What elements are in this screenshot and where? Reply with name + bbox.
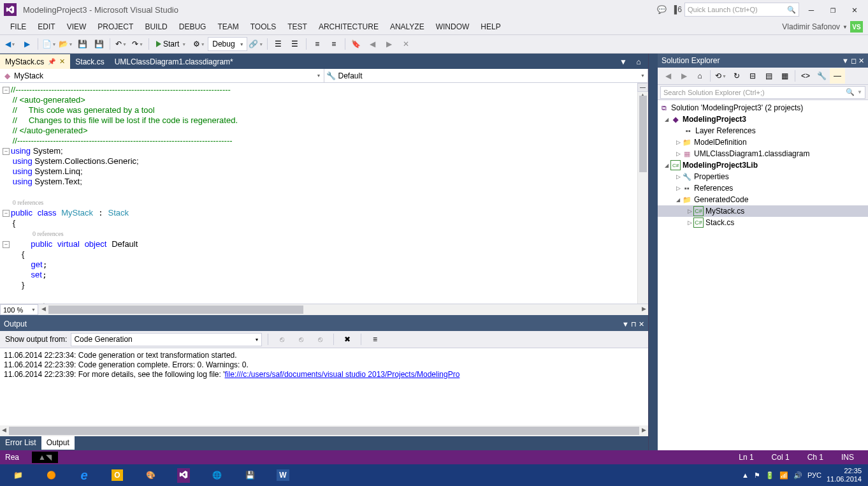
comment-button[interactable]: ☰ (271, 36, 286, 52)
tree-umldiagram[interactable]: ▦UMLClassDiagram1.classdiagram (658, 148, 868, 159)
caret-icon[interactable] (663, 116, 670, 122)
user-name[interactable]: Vladimir Safonov (782, 22, 840, 31)
caret-icon[interactable] (674, 139, 682, 145)
se-more-button[interactable]: — (830, 68, 845, 84)
close-tab-icon[interactable]: ✕ (59, 57, 65, 66)
caret-icon[interactable] (686, 208, 693, 214)
start-debug-button[interactable]: Start▼ (152, 38, 190, 50)
se-code-button[interactable]: <> (798, 68, 813, 84)
menu-tools[interactable]: TOOLS (245, 21, 281, 33)
class-combo[interactable]: ◆ MyStack (0, 69, 324, 82)
caret-icon[interactable] (686, 219, 693, 226)
panel-close-button[interactable]: ✕ (639, 320, 644, 328)
menu-edit[interactable]: EDIT (33, 21, 60, 33)
split-toggle[interactable]: — (637, 83, 648, 92)
tray-flag-icon[interactable]: ⚑ (754, 471, 760, 480)
solution-tree[interactable]: ⧉Solution 'ModelingProject3' (2 projects… (658, 100, 868, 450)
tab-dropdown-button[interactable]: ▼ (616, 55, 630, 69)
scroll-left-icon[interactable]: ◀ (41, 306, 46, 312)
new-project-button[interactable]: 📄▼ (41, 36, 57, 52)
tray-clock[interactable]: 22:35 11.06.2014 (827, 467, 865, 483)
tree-mystack-cs[interactable]: C#MyStack.cs (658, 205, 868, 217)
menu-architecture[interactable]: ARCHITECTURE (314, 21, 384, 33)
scroll-thumb[interactable] (48, 306, 303, 314)
prev-bookmark-button[interactable]: ◀ (365, 36, 380, 52)
tree-layer-references[interactable]: ▪▪Layer References (658, 125, 868, 136)
output-clear-button[interactable]: ✖ (340, 332, 355, 347)
nav-forward-button[interactable]: ▶ (19, 36, 34, 52)
tray-network-icon[interactable]: 📶 (779, 471, 788, 480)
clear-bookmarks-button[interactable]: ✕ (398, 36, 414, 52)
taskbar-save[interactable]: 💾 (235, 466, 265, 485)
tab-umldiagram[interactable]: UMLClassDiagram1.classdiagram* (110, 54, 238, 69)
tray-battery-icon[interactable]: 🔋 (765, 471, 774, 480)
tree-project2[interactable]: C#ModelingProject3Lib (658, 159, 868, 171)
taskbar-explorer[interactable]: 📁 (3, 466, 33, 485)
code-area[interactable]: −//-------------------------------------… (0, 83, 637, 304)
menu-build[interactable]: BUILD (140, 21, 172, 33)
taskbar-chrome[interactable]: 🌐 (201, 466, 232, 485)
tree-modeldefinition[interactable]: 📁ModelDefinition (658, 136, 868, 148)
output-prev-button[interactable]: ⎋ (293, 332, 308, 347)
se-preview-button[interactable]: ▦ (777, 68, 792, 84)
save-button[interactable]: 💾 (75, 36, 90, 52)
nav-back-button[interactable]: ◀▼ (3, 36, 18, 52)
user-badge[interactable]: VS (850, 21, 863, 33)
menu-window[interactable]: WINDOW (431, 21, 475, 33)
outdent-button[interactable]: ≡ (326, 36, 342, 52)
se-home-button[interactable]: ⌂ (692, 68, 707, 84)
tree-references[interactable]: ▪▪References (658, 182, 868, 194)
output-find-button[interactable]: ⎋ (274, 332, 289, 347)
open-file-button[interactable]: 📂▼ (58, 36, 73, 52)
output-next-button[interactable]: ⎋ (312, 332, 328, 347)
tab-mystack[interactable]: MyStack.cs 📌 ✕ (0, 54, 70, 69)
se-menu-button[interactable]: ▼ (842, 57, 849, 65)
menu-analyze[interactable]: ANALYZE (385, 21, 430, 33)
se-forward-button[interactable]: ▶ (676, 68, 691, 84)
bookmark-button[interactable]: 🔖 (349, 36, 364, 52)
menu-test[interactable]: TEST (282, 21, 312, 33)
se-dock-button[interactable]: ◻ (851, 57, 857, 65)
menu-debug[interactable]: DEBUG (174, 21, 212, 33)
browser-link-button[interactable]: 🔗▼ (249, 36, 264, 52)
quick-launch-input[interactable]: Quick Launch (Ctrl+Q)🔍 (684, 3, 799, 17)
menu-file[interactable]: FILE (5, 21, 31, 33)
caret-icon[interactable] (674, 196, 682, 203)
tree-solution[interactable]: ⧉Solution 'ModelingProject3' (2 projects… (658, 102, 868, 114)
close-button[interactable]: ✕ (845, 3, 864, 17)
taskbar-outlook[interactable]: O (102, 466, 133, 485)
menu-team[interactable]: TEAM (212, 21, 243, 33)
panel-menu-button[interactable]: ▼ (622, 320, 629, 328)
scroll-thumb[interactable] (639, 96, 647, 172)
menu-help[interactable]: HELP (475, 21, 505, 33)
minimize-button[interactable]: — (802, 3, 821, 17)
config-select[interactable]: Debug (208, 37, 247, 51)
se-sync-button[interactable]: ⟲▼ (713, 68, 728, 84)
tray-language[interactable]: РУС (807, 471, 821, 479)
se-back-button[interactable]: ◀ (660, 68, 676, 84)
output-text[interactable]: 11.06.2014 22:23:34: Code generation or … (0, 348, 648, 425)
panel-pin-button[interactable]: ⊓ (631, 320, 637, 328)
output-hscroll[interactable]: ◀▶ (0, 425, 648, 436)
member-combo[interactable]: 🔧 Default (324, 69, 649, 82)
tab-stack[interactable]: Stack.cs (70, 54, 109, 69)
debug-target-button[interactable]: ⚙▼ (191, 36, 206, 52)
se-properties-button[interactable]: 🔧 (814, 68, 829, 84)
scroll-right-icon[interactable]: ▶ (642, 306, 646, 312)
feedback-icon[interactable]: 💬 (655, 3, 669, 17)
tree-project1[interactable]: ◆ModelingProject3 (658, 114, 868, 125)
caret-icon[interactable] (674, 185, 682, 191)
next-bookmark-button[interactable]: ▶ (382, 36, 397, 52)
redo-button[interactable]: ↷▼ (130, 36, 145, 52)
save-all-button[interactable]: 💾 (91, 36, 106, 52)
taskbar-word[interactable]: W (268, 466, 298, 485)
caret-icon[interactable] (674, 151, 682, 157)
fold-button[interactable]: − (3, 148, 10, 155)
tray-arrow-icon[interactable]: ▲ (742, 471, 749, 479)
tab-error-list[interactable]: Error List (0, 436, 41, 450)
log-file-link[interactable]: file:///c:/users/saf/documents/visual st… (225, 370, 460, 379)
caret-icon[interactable] (663, 162, 670, 168)
se-collapse-button[interactable]: ⊟ (745, 68, 760, 84)
fold-button[interactable]: − (3, 241, 10, 248)
fold-button[interactable]: − (3, 210, 10, 217)
